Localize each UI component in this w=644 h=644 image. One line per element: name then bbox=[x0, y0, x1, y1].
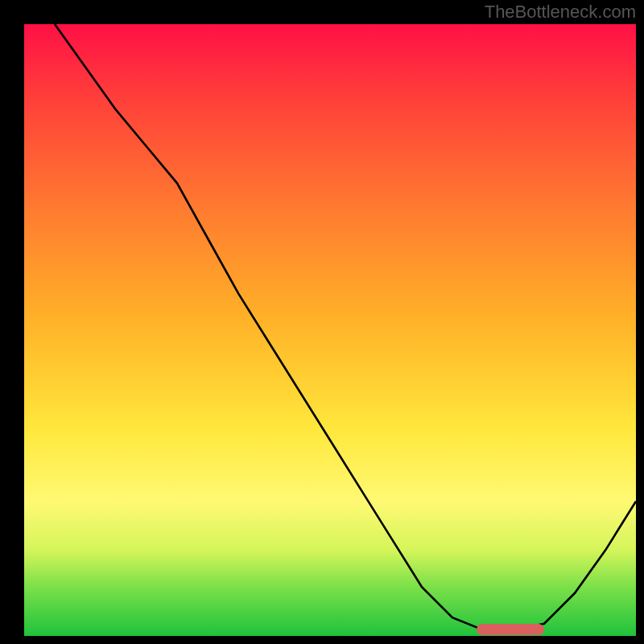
curve-svg bbox=[24, 24, 636, 636]
curve-path bbox=[55, 24, 636, 630]
plot-area bbox=[24, 24, 636, 636]
chart-frame: TheBottleneck.com bbox=[0, 0, 644, 644]
watermark-text: TheBottleneck.com bbox=[485, 2, 636, 23]
optimum-marker bbox=[477, 624, 544, 635]
